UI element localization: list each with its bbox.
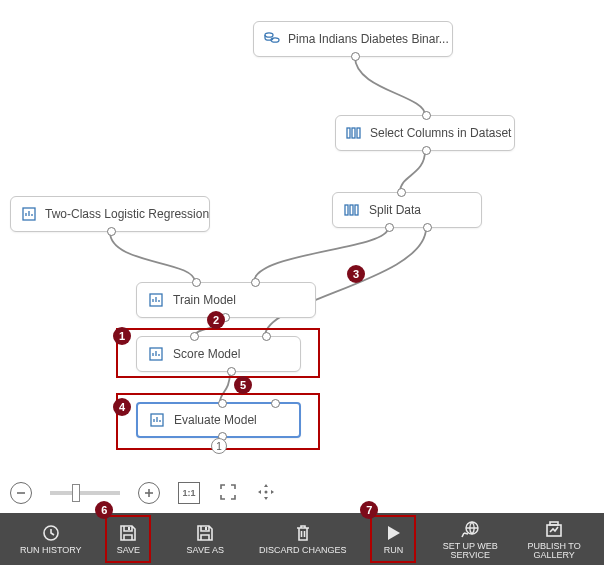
save-icon — [118, 523, 138, 543]
node-select-columns[interactable]: Select Columns in Dataset — [335, 115, 515, 151]
trash-icon — [294, 523, 312, 543]
output-port[interactable] — [351, 52, 360, 61]
output-port[interactable] — [107, 227, 116, 236]
node-label: Evaluate Model — [174, 413, 257, 427]
step-badge-5: 5 — [234, 376, 252, 394]
toolbar-label: DISCARD CHANGES — [259, 546, 347, 555]
database-icon — [264, 30, 280, 48]
zoom-fit-button[interactable] — [218, 482, 238, 505]
discard-changes-button[interactable]: DISCARD CHANGES — [259, 516, 347, 562]
columns-icon — [346, 124, 362, 142]
toolbar-label: SET UP WEB SERVICE — [443, 542, 498, 560]
step-badge-2: 2 — [207, 311, 225, 329]
model-icon — [147, 345, 165, 363]
publish-gallery-button[interactable]: PUBLISH TO GALLERY — [524, 516, 584, 562]
toolbar-label: SAVE AS — [187, 546, 224, 555]
output-port[interactable] — [385, 223, 394, 232]
toolbar-label: RUN — [384, 546, 404, 555]
slider-thumb[interactable] — [72, 484, 80, 502]
svg-rect-2 — [347, 128, 350, 138]
node-dataset[interactable]: Pima Indians Diabetes Binar... — [253, 21, 453, 57]
port-tooltip: 1 — [211, 438, 227, 454]
save-as-button[interactable]: SAVE AS — [175, 516, 235, 562]
svg-rect-8 — [355, 205, 358, 215]
input-port[interactable] — [192, 278, 201, 287]
history-icon — [41, 523, 61, 543]
output-port[interactable] — [227, 367, 236, 376]
input-port[interactable] — [251, 278, 260, 287]
toolbar-label: RUN HISTORY — [20, 546, 82, 555]
model-icon — [148, 411, 166, 429]
zoom-in-button[interactable] — [138, 482, 160, 504]
svg-rect-18 — [205, 527, 207, 530]
node-evaluate-model[interactable]: Evaluate Model — [136, 402, 301, 438]
svg-rect-17 — [128, 527, 130, 530]
svg-rect-7 — [350, 205, 353, 215]
experiment-canvas[interactable]: Pima Indians Diabetes Binar... Select Co… — [0, 0, 604, 480]
svg-rect-3 — [352, 128, 355, 138]
node-label: Split Data — [369, 203, 421, 217]
output-port[interactable] — [422, 146, 431, 155]
zoom-out-button[interactable] — [10, 482, 32, 504]
toolbar-label: SAVE — [117, 546, 140, 555]
highlight-run: RUN — [370, 515, 416, 563]
gallery-icon — [544, 519, 564, 539]
save-icon — [195, 523, 215, 543]
node-label: Train Model — [173, 293, 236, 307]
step-badge-1: 1 — [113, 327, 131, 345]
setup-web-service-button[interactable]: SET UP WEB SERVICE — [440, 516, 500, 562]
globe-icon — [460, 519, 480, 539]
one-to-one-label: 1:1 — [182, 488, 195, 498]
node-train-model[interactable]: Train Model — [136, 282, 316, 318]
run-button[interactable]: RUN — [374, 516, 412, 562]
node-split-data[interactable]: Split Data — [332, 192, 482, 228]
model-icon — [147, 291, 165, 309]
zoom-controls: 1:1 — [0, 478, 604, 508]
input-port[interactable] — [422, 111, 431, 120]
node-label: Score Model — [173, 347, 240, 361]
columns-icon — [343, 201, 361, 219]
bottom-toolbar: RUN HISTORY 6 SAVE SAVE AS DISCARD CHANG… — [0, 513, 604, 565]
node-label: Two-Class Logistic Regression — [45, 207, 209, 221]
svg-rect-4 — [357, 128, 360, 138]
svg-point-15 — [265, 490, 268, 493]
node-label: Select Columns in Dataset — [370, 126, 511, 140]
input-port[interactable] — [262, 332, 271, 341]
node-logistic-regression[interactable]: Two-Class Logistic Regression — [10, 196, 210, 232]
pan-button[interactable] — [256, 482, 276, 505]
svg-rect-6 — [345, 205, 348, 215]
zoom-slider[interactable] — [50, 491, 120, 495]
output-port[interactable] — [423, 223, 432, 232]
node-label: Pima Indians Diabetes Binar... — [288, 32, 449, 46]
input-port[interactable] — [218, 399, 227, 408]
svg-rect-21 — [550, 522, 558, 525]
highlight-save: SAVE — [105, 515, 151, 563]
input-port[interactable] — [397, 188, 406, 197]
step-badge-4: 4 — [113, 398, 131, 416]
play-icon — [384, 523, 402, 543]
run-history-button[interactable]: RUN HISTORY — [20, 516, 82, 562]
svg-point-0 — [265, 33, 273, 37]
toolbar-label: PUBLISH TO GALLERY — [527, 542, 580, 560]
model-icon — [21, 205, 37, 223]
input-port[interactable] — [271, 399, 280, 408]
zoom-actual-button[interactable]: 1:1 — [178, 482, 200, 504]
node-score-model[interactable]: Score Model — [136, 336, 301, 372]
input-port[interactable] — [190, 332, 199, 341]
save-button[interactable]: SAVE — [109, 516, 147, 562]
step-badge-3: 3 — [347, 265, 365, 283]
